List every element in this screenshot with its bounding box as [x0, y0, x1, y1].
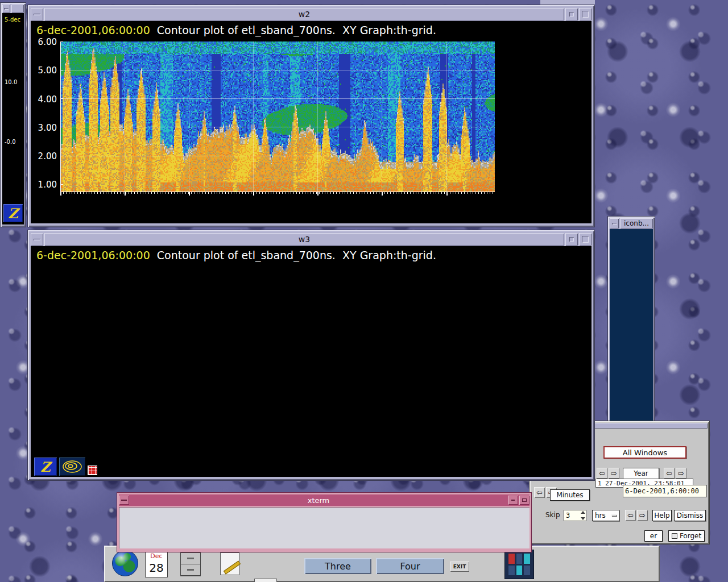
year-skip-forward-button[interactable]: ⇨ — [676, 468, 686, 479]
minutes-back-button[interactable]: ⇦ — [534, 487, 545, 498]
minimize-icon[interactable] — [565, 8, 578, 20]
option-menu-icon — [611, 514, 617, 517]
calendar-widget[interactable]: Dec 28 — [145, 551, 168, 577]
left-window-value-bottom: -0.0 — [5, 139, 16, 145]
exit-button[interactable]: EXIT — [450, 562, 469, 572]
workspace-pager-icon[interactable] — [504, 550, 534, 579]
window-w2: w2 6-dec-2001,06:00:00 Contour plot of e… — [27, 5, 595, 227]
w2-titlebar[interactable]: w2 — [31, 8, 592, 20]
y-axis-tick: 2.00 — [31, 151, 57, 161]
maximize-icon[interactable] — [519, 496, 530, 505]
zeb-logo-icon[interactable]: Z — [3, 204, 23, 222]
maximize-icon[interactable] — [579, 233, 592, 246]
window-menu-icon[interactable] — [31, 233, 43, 246]
mail-icon[interactable] — [254, 579, 277, 582]
year-button[interactable]: Year — [623, 468, 659, 479]
help-button[interactable]: Help — [652, 510, 672, 521]
xterm-titlebar[interactable]: xterm — [119, 494, 530, 506]
w3-plot-area — [31, 246, 592, 477]
step-forward-button[interactable]: ⇨ — [637, 510, 648, 521]
maximize-icon[interactable] — [579, 8, 592, 20]
text-editor-icon[interactable] — [220, 552, 239, 575]
desktop-wallpaper: 5-dec 10.0 -0.0 Z w2 6-dec-2001,06:00:00… — [0, 0, 728, 582]
workspace-three-button[interactable]: Three — [304, 558, 371, 574]
minutes-button[interactable]: Minutes — [550, 489, 590, 501]
y-axis-tick: 3.00 — [31, 123, 57, 133]
background-left-window: 5-dec 10.0 -0.0 Z — [0, 2, 26, 227]
window-w3: w3 6-dec-2001,06:00:00 Contour plot of e… — [27, 230, 595, 481]
left-window-date-label: 5-dec — [5, 16, 20, 23]
left-window-titlebar[interactable] — [2, 5, 24, 13]
xterm-title: xterm — [130, 496, 507, 505]
year-skip-back-button[interactable]: ⇦ — [664, 468, 675, 479]
iconbox-title: iconb... — [620, 218, 653, 228]
calendar-day: 28 — [146, 560, 167, 575]
plot-w2-heatmap — [60, 41, 495, 196]
y-axis-tick: 5.00 — [31, 65, 57, 76]
calendar-month: Dec — [146, 552, 167, 560]
forget-button[interactable]: Forget — [668, 530, 705, 542]
window-menu-icon[interactable] — [610, 218, 619, 228]
w2-window-title: w2 — [44, 8, 564, 20]
window-menu-icon[interactable] — [31, 8, 43, 20]
grid-tool-icon[interactable] — [88, 465, 97, 475]
datetime-field[interactable]: 6-Dec-2001,6:00:00 — [623, 485, 707, 497]
partial-hidden-button[interactable]: er — [644, 530, 663, 542]
left-window-value-top: 10.0 — [5, 79, 17, 85]
spinner-arrows-icon[interactable] — [581, 511, 585, 520]
left-window-menu-button[interactable] — [2, 5, 10, 13]
w3-window-title: w3 — [44, 233, 564, 246]
window-menu-icon[interactable] — [119, 496, 129, 505]
iconbox-window: iconb... — [607, 216, 655, 433]
workspace-four-button[interactable]: Four — [376, 558, 444, 574]
contour-tool-icon[interactable] — [59, 458, 85, 476]
y-axis-tick: 4.00 — [31, 94, 57, 105]
y-axis-tick: 6.00 — [31, 37, 57, 47]
y-axis-tick: 1.00 — [31, 180, 57, 190]
minimize-icon[interactable] — [508, 496, 518, 505]
step-back-button[interactable]: ⇦ — [625, 510, 636, 521]
file-manager-icon[interactable] — [180, 552, 201, 576]
globe-icon[interactable] — [112, 550, 138, 576]
all-windows-button[interactable]: All Windows — [603, 446, 686, 459]
xterm-window: xterm — [117, 492, 532, 552]
left-window-title — [11, 5, 24, 13]
skip-label: Skip — [545, 511, 560, 519]
zeb-logo-icon[interactable]: Z — [34, 458, 57, 476]
terminal-output[interactable] — [119, 507, 530, 548]
year-back-button[interactable]: ⇦ — [597, 468, 607, 479]
units-menu[interactable]: hrs — [592, 510, 619, 521]
skip-value-spinner[interactable]: 3 — [564, 510, 586, 521]
year-forward-button[interactable]: ⇨ — [609, 468, 619, 479]
dismiss-button[interactable]: Dismiss — [674, 510, 706, 521]
minimize-icon[interactable] — [565, 233, 578, 246]
forget-icon — [672, 533, 677, 539]
w2-plot-area: 6.005.004.003.002.001.00 — [31, 21, 592, 223]
iconbox-titlebar[interactable]: iconb... — [610, 218, 653, 228]
w3-titlebar[interactable]: w3 — [31, 233, 592, 246]
